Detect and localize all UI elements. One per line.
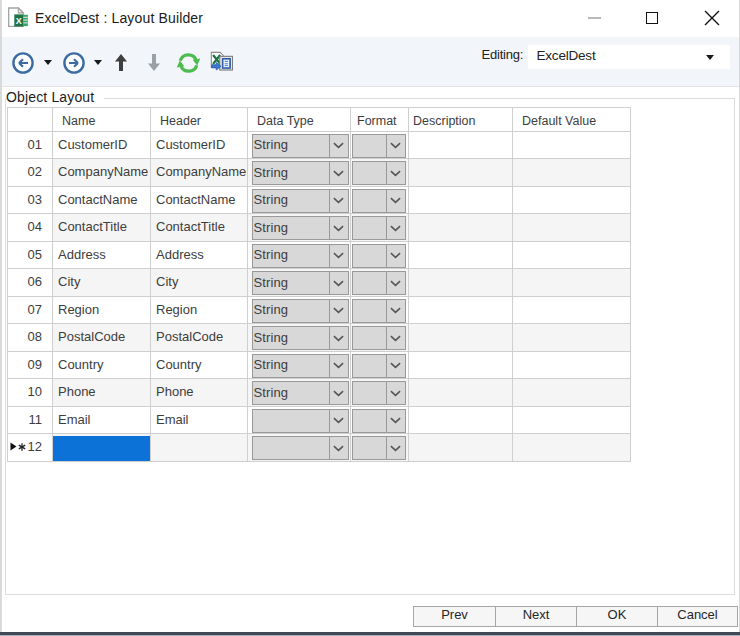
svg-text:X: X (16, 16, 22, 26)
